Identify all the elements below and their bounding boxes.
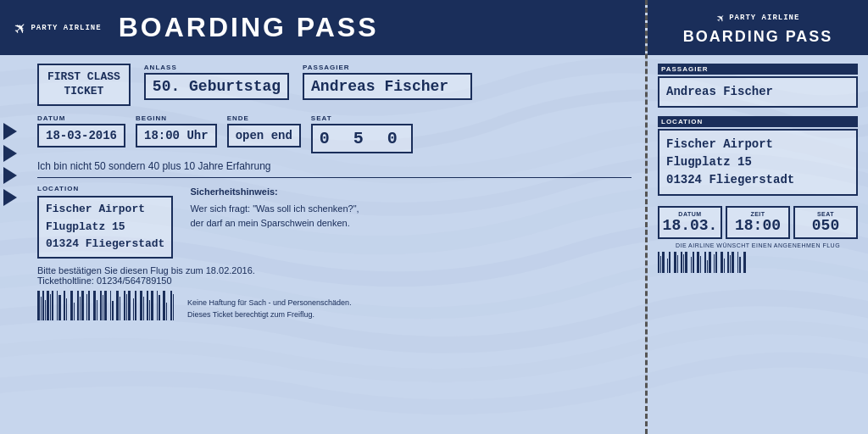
security-title: Sicherheitshinweis: xyxy=(190,185,632,199)
location-section: LOCATION Fischer AirportFlugplatz 150132… xyxy=(37,185,173,259)
datum-label: DATUM xyxy=(37,114,125,122)
confirm-line: Bitte bestätigen Sie diesen Flug bis zum… xyxy=(37,265,632,286)
stub-airline-logo: ✈ PARTY AIRLINE xyxy=(716,9,800,26)
stub-location-field: LOCATION Fischer AirportFlugplatz 150132… xyxy=(658,116,858,196)
anlass-field: ANLASS 50. Geburtstag xyxy=(144,64,289,100)
stub-datum-label: DATUM xyxy=(661,211,719,217)
row-date-time-seat: DATUM 18-03-2016 BEGINN 18:00 Uhr ENDE o… xyxy=(37,114,632,153)
seat-field: SEAT 0 5 0 xyxy=(311,114,413,153)
beginn-value: 18:00 Uhr xyxy=(136,124,217,147)
arrow-4 xyxy=(3,189,17,206)
stub-header: ✈ PARTY AIRLINE BOARDING PASS xyxy=(648,0,868,55)
anlass-label: ANLASS xyxy=(144,64,289,71)
stub-zeit-label: ZEIT xyxy=(729,211,787,217)
ende-value: open end xyxy=(227,124,301,147)
ticket-container: ✈ PARTY AIRLINE BOARDING PASS FIRST CLAS… xyxy=(0,0,868,434)
main-header: ✈ PARTY AIRLINE BOARDING PASS xyxy=(0,0,645,55)
datum-field: DATUM 18-03-2016 xyxy=(37,114,125,147)
stub-zeit-value: 18:00 xyxy=(729,217,787,234)
location-label: LOCATION xyxy=(37,185,173,192)
airline-name-left: PARTY AIRLINE xyxy=(31,24,101,32)
ende-label: ENDE xyxy=(227,114,301,122)
stub-seat-label: SEAT xyxy=(797,211,854,217)
stub-airline-name: PARTY AIRLINE xyxy=(729,14,799,22)
bottom-row: Keine Haftung für Sach - und Personensch… xyxy=(37,291,632,320)
beginn-label: BEGINN xyxy=(136,114,217,122)
location-value: Fischer AirportFlugplatz 1501324 Flieger… xyxy=(37,196,173,259)
stub-airline-note: DIE AIRLINE WÜNSCHT EINEN ANGENEHMEN FLU… xyxy=(658,242,858,248)
beginn-field: BEGINN 18:00 Uhr xyxy=(136,114,217,147)
passagier-label: PASSAGIER xyxy=(303,64,472,71)
main-ticket: ✈ PARTY AIRLINE BOARDING PASS FIRST CLAS… xyxy=(0,0,648,434)
ende-field: ENDE open end xyxy=(227,114,301,147)
row-class-anlass-passagier: FIRST CLASSTICKET ANLASS 50. Geburtstag … xyxy=(37,64,632,106)
plane-icon-left: ✈ xyxy=(7,14,33,41)
security-text: Wer sich fragt: "Was soll ich schenken?"… xyxy=(190,202,632,230)
arrow-decorations xyxy=(3,123,17,206)
stub-passagier-value: Andreas Fischer xyxy=(658,76,858,108)
ticket-class-box: FIRST CLASSTICKET xyxy=(37,64,131,106)
stub-seat-value: 050 xyxy=(797,217,854,234)
stub-boarding-pass-title: BOARDING PASS xyxy=(683,28,833,46)
ticket-class-text: FIRST CLASSTICKET xyxy=(47,70,120,97)
plane-icon-right: ✈ xyxy=(711,9,729,27)
seat-value: 0 5 0 xyxy=(311,124,413,153)
row-location-security: LOCATION Fischer AirportFlugplatz 150132… xyxy=(37,185,632,259)
seat-label: SEAT xyxy=(311,114,413,122)
stub-body: PASSAGIER Andreas Fischer LOCATION Fisch… xyxy=(648,55,868,434)
stub-bottom-section: DATUM 18.03. ZEIT 18:00 SEAT 050 DIE AIR… xyxy=(658,206,858,273)
stub-ticket: ✈ PARTY AIRLINE BOARDING PASS PASSAGIER … xyxy=(648,0,868,434)
arrow-3 xyxy=(3,167,17,184)
stub-location-value: Fischer AirportFlugplatz 1501324 Flieger… xyxy=(658,129,858,196)
stub-barcode xyxy=(658,252,858,273)
arrow-2 xyxy=(3,145,17,162)
datum-value: 18-03-2016 xyxy=(37,124,125,147)
stub-datum-cell: DATUM 18.03. xyxy=(658,206,722,239)
boarding-pass-title: BOARDING PASS xyxy=(119,12,379,43)
message-line: Ich bin nicht 50 sondern 40 plus 10 Jahr… xyxy=(37,160,632,178)
stub-datum-value: 18.03. xyxy=(661,217,719,234)
stub-passagier-label: PASSAGIER xyxy=(658,64,858,75)
arrow-1 xyxy=(3,123,17,140)
passagier-value: Andreas Fischer xyxy=(303,73,472,100)
stub-passagier-field: PASSAGIER Andreas Fischer xyxy=(658,64,858,108)
passagier-field: PASSAGIER Andreas Fischer xyxy=(303,64,472,100)
stub-date-row: DATUM 18.03. ZEIT 18:00 SEAT 050 xyxy=(658,206,858,239)
main-body: FIRST CLASSTICKET ANLASS 50. Geburtstag … xyxy=(0,55,645,434)
stub-location-label: LOCATION xyxy=(658,116,858,127)
anlass-value: 50. Geburtstag xyxy=(144,73,289,100)
stub-seat-cell: SEAT 050 xyxy=(793,206,858,239)
airline-logo-left: ✈ PARTY AIRLINE xyxy=(14,15,102,40)
barcode-main xyxy=(37,291,174,320)
stub-zeit-cell: ZEIT 18:00 xyxy=(726,206,790,239)
disclaimer-text: Keine Haftung für Sach - und Personensch… xyxy=(187,298,352,320)
security-section: Sicherheitshinweis: Wer sich fragt: "Was… xyxy=(190,185,632,259)
